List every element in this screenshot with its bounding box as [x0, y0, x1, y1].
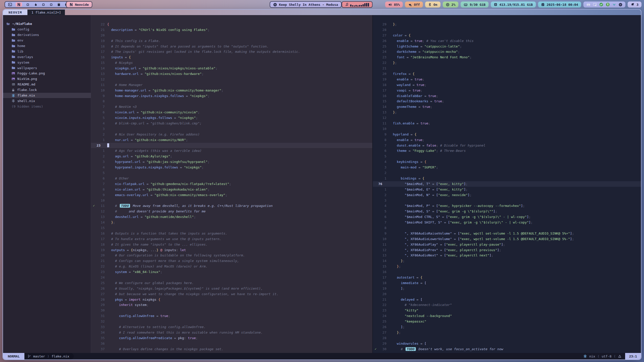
- code-line[interactable]: 6 # Other: [91, 176, 372, 181]
- code-line[interactable]: 7 "$mainMod SHIFT, S" = ["exec, grim -g …: [373, 220, 641, 225]
- disk-pill[interactable]: 413.19/915.81 GiB: [491, 2, 536, 8]
- code-line[interactable]: 25 # We configure our global packages he…: [91, 280, 372, 286]
- code-line[interactable]: 14 nixpkgs.url = "github:nixos/nixpkgs/n…: [91, 66, 372, 71]
- code-line[interactable]: 13 };: [373, 110, 641, 115]
- code-line[interactable]: 3: [91, 126, 372, 132]
- code-line[interactable]: 2 # Nix User Repository (e.g. Firefox ad…: [91, 132, 372, 137]
- code-line[interactable]: 24: [91, 275, 372, 280]
- code-line[interactable]: 7 dunst.enable = false; # Disable for hy…: [373, 143, 641, 148]
- code-line[interactable]: 19 outputs = {nixpkgs, ...} @ inputs: le…: [91, 247, 372, 253]
- editor-pane-flake-nix[interactable]: 22{21 description = "ChUrl's NixOS confi…: [91, 15, 372, 353]
- code-line[interactable]: 29 };: [373, 22, 641, 27]
- screenshot-tray-icon[interactable]: [593, 3, 597, 7]
- code-line[interactable]: 15: [91, 225, 372, 231]
- code-line-cursor[interactable]: 23: [91, 143, 372, 148]
- code-line[interactable]: 3: [373, 198, 641, 203]
- code-line[interactable]: 1 nur.url = "github:nix-community/NUR";: [91, 137, 372, 143]
- keyboard-tray-icon[interactable]: [586, 3, 590, 7]
- code-line[interactable]: 5 "$mainMod, S" = ["exec, grim -g \"$(sl…: [373, 209, 641, 214]
- code-line[interactable]: 1 "$mainMod, E" = ["exec, kitty"];: [373, 187, 641, 192]
- code-line[interactable]: 12: [91, 77, 372, 82]
- vpn-tray-icon[interactable]: [612, 3, 616, 7]
- code-line-cursor[interactable]: 76 "$mainMod, T" = ["exec, kitty"];: [373, 181, 641, 187]
- key-tray-icon[interactable]: [606, 3, 610, 7]
- code-line[interactable]: 1 # Ags for widgets (this was a terrible…: [91, 148, 372, 154]
- code-line[interactable]: 22{: [91, 22, 372, 27]
- spotify-tray-icon[interactable]: [619, 3, 622, 7]
- workspace-4-flame[interactable]: [33, 2, 38, 7]
- code-line[interactable]: 10: [91, 198, 372, 203]
- code-line[interactable]: 27 };: [373, 330, 641, 335]
- code-line[interactable]: 27 color = {: [373, 33, 641, 38]
- code-line[interactable]: 9 emacs-overlay.url = "github:nix-commun…: [91, 192, 372, 198]
- code-line[interactable]: 17 # To handle extra arguments we use th…: [91, 236, 372, 242]
- code-line[interactable]: 5: [373, 154, 641, 159]
- code-line[interactable]: 12 ", XF86AudioPrev" = ["exec, playerctl…: [373, 247, 641, 253]
- code-line[interactable]: 16 inputs = {: [91, 55, 372, 60]
- code-line[interactable]: 2: [373, 170, 641, 176]
- code-line[interactable]: 15 defaultBookmarks = true;: [373, 99, 641, 104]
- code-line[interactable]: 11 # Home Manager: [91, 82, 372, 88]
- tree-folder-env[interactable]: env: [3, 38, 91, 43]
- code-line[interactable]: 22 # e.g. NixOS (linux) and MacOS (darwi…: [91, 264, 372, 269]
- code-line[interactable]: 14 };: [373, 258, 641, 264]
- code-line[interactable]: 28: [373, 335, 641, 341]
- code-line[interactable]: 32: [91, 319, 372, 324]
- code-line[interactable]: 17 vaapi = true;: [373, 88, 641, 93]
- code-line[interactable]: 15 # Nixpkgs: [91, 60, 372, 66]
- tree-folder-home[interactable]: home: [3, 43, 91, 49]
- tree-file-shell-nix[interactable]: shell.nix: [3, 98, 91, 104]
- code-line[interactable]: 26 enable = true; # You can't disable th…: [373, 38, 641, 44]
- code-line[interactable]: 19 ];: [373, 286, 641, 291]
- tree-file-NixVim-png[interactable]: NixVim.png: [3, 76, 91, 82]
- tree-file-flake-lock[interactable]: flake.lock: [3, 87, 91, 93]
- clock-pill[interactable]: 2025-06-18 00:04: [538, 2, 581, 8]
- code-line[interactable]: 19 # This config is a Flake.: [91, 38, 372, 44]
- code-line[interactable]: 13 hardware.url = "github:nixos/nixos-ha…: [91, 71, 372, 77]
- code-line[interactable]: 23 "kitty": [373, 308, 641, 313]
- code-line[interactable]: 28 pkgs = import nixpkgs {: [91, 297, 372, 302]
- code-line[interactable]: 19 enable = true;: [373, 77, 641, 82]
- code-line[interactable]: 20: [91, 33, 372, 38]
- code-line[interactable]: 6 theme = "Foggy-Lake"; # Three-Bears: [373, 148, 641, 154]
- code-line[interactable]: 8: [91, 99, 372, 104]
- code-line[interactable]: 10 home-manager.url = "github:nix-commun…: [91, 88, 372, 93]
- tree-folder-lib[interactable]: lib: [3, 49, 91, 54]
- tree-file-Foggy-Lake-png[interactable]: Foggy-Lake.png: [3, 71, 91, 76]
- workspace-5-square[interactable]: [41, 2, 46, 7]
- tree-folder-overlays[interactable]: overlays: [3, 54, 91, 60]
- code-line[interactable]: 3 hyprpanel.url = "github:jas-singhfsu/h…: [91, 159, 372, 165]
- code-line[interactable]: 20 # Our configuration is buildable on t…: [91, 253, 372, 258]
- code-line[interactable]: 12 # and doesn't provide any benefits fo…: [91, 209, 372, 214]
- code-line[interactable]: 17 # The inputs' git revisions get locke…: [91, 49, 372, 55]
- code-line[interactable]: 13 devshell.url = "github:numtide/devshe…: [91, 214, 372, 220]
- code-line[interactable]: 14 };: [91, 220, 372, 225]
- code-line[interactable]: 33 # Alternative to setting config.allow…: [91, 324, 372, 330]
- code-line[interactable]: 36: [91, 341, 372, 346]
- code-line[interactable]: 15 };: [373, 264, 641, 269]
- code-line[interactable]: 21 # Configs can support more than a sin…: [91, 258, 372, 264]
- code-line[interactable]: 13 ", XF86AudioNext" = ["exec, playerctl…: [373, 253, 641, 258]
- code-line[interactable]: 9 hyprland = {: [373, 132, 641, 137]
- code-line[interactable]: 10: [373, 126, 641, 132]
- bluetooth-pill[interactable]: On: [425, 2, 440, 8]
- code-line[interactable]: 8 nix-alien.url = "github:thiagokokada/n…: [91, 187, 372, 192]
- code-line[interactable]: 20 firefox = {: [373, 71, 641, 77]
- code-line[interactable]: 21: [373, 66, 641, 71]
- code-line[interactable]: 11 ", XF86AudioPlay" = ["exec, playerctl…: [373, 242, 641, 247]
- code-line[interactable]: 9 home-manager.inputs.nixpkgs.follows = …: [91, 93, 372, 99]
- code-line[interactable]: 18 # It gives the name "inputs" to the .…: [91, 242, 372, 247]
- code-line[interactable]: 26 # Usually, "nixpkgs.legacyPackages.${…: [91, 286, 372, 291]
- code-line[interactable]: 22 };: [373, 60, 641, 66]
- code-line[interactable]: 11 fish.enable = true;: [373, 121, 641, 126]
- code-line[interactable]: ✓11 # TODO Move away from devshell, as i…: [91, 203, 372, 209]
- code-line[interactable]: 4 "$mainMod, P" = ["exec, hyprpicker --a…: [373, 203, 641, 209]
- tree-folder-config[interactable]: config: [3, 27, 91, 32]
- code-line[interactable]: 18 immediate = [: [373, 280, 641, 286]
- code-line[interactable]: 2 ags.url = "github:Aylur/ags";: [91, 154, 372, 159]
- code-line[interactable]: 2 "$mainMod, N" = ["exec, neovide"];: [373, 192, 641, 198]
- code-line[interactable]: 20: [373, 291, 641, 297]
- code-line[interactable]: ✓30 # TODO Doesn't work, use focus_on_ac…: [373, 346, 641, 352]
- tree-folder-system[interactable]: system: [3, 60, 91, 65]
- wifi-pill[interactable]: Off: [405, 2, 423, 8]
